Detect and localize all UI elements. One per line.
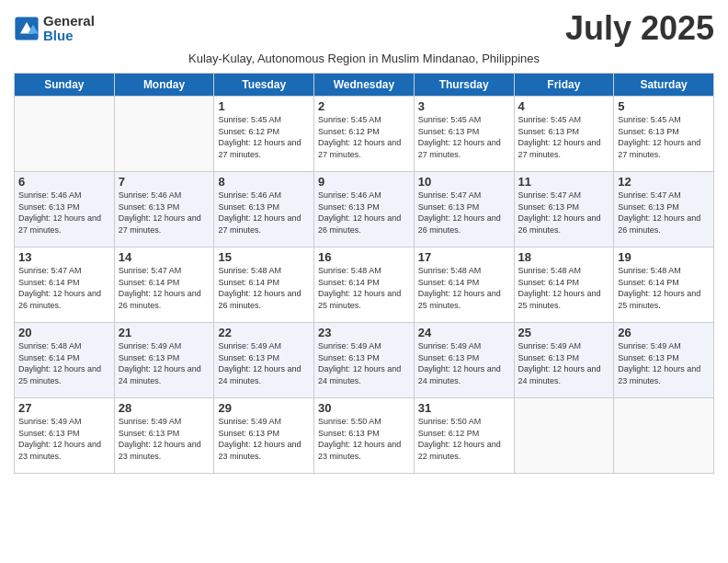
logo-blue: Blue — [43, 29, 95, 44]
day-info: Sunrise: 5:49 AM Sunset: 6:13 PM Dayligh… — [18, 416, 110, 462]
day-info: Sunrise: 5:48 AM Sunset: 6:14 PM Dayligh… — [318, 265, 410, 311]
calendar-cell: 31Sunrise: 5:50 AM Sunset: 6:12 PM Dayli… — [414, 398, 514, 474]
weekday-header-saturday: Saturday — [614, 74, 714, 97]
day-info: Sunrise: 5:49 AM Sunset: 6:13 PM Dayligh… — [119, 340, 210, 386]
day-number: 18 — [518, 250, 610, 264]
day-number: 26 — [618, 326, 710, 339]
calendar-cell: 10Sunrise: 5:47 AM Sunset: 6:13 PM Dayli… — [414, 172, 514, 247]
day-number: 21 — [119, 326, 210, 339]
day-number: 25 — [518, 326, 610, 339]
logo: General Blue — [14, 14, 95, 44]
weekday-header-thursday: Thursday — [414, 74, 514, 97]
calendar-cell: 8Sunrise: 5:46 AM Sunset: 6:13 PM Daylig… — [214, 172, 314, 247]
calendar-week-row: 1Sunrise: 5:45 AM Sunset: 6:12 PM Daylig… — [15, 97, 714, 172]
calendar-cell: 12Sunrise: 5:47 AM Sunset: 6:13 PM Dayli… — [614, 172, 714, 247]
logo-icon — [14, 16, 40, 41]
calendar-cell: 9Sunrise: 5:46 AM Sunset: 6:13 PM Daylig… — [314, 172, 415, 247]
calendar-cell: 23Sunrise: 5:49 AM Sunset: 6:13 PM Dayli… — [314, 323, 415, 398]
day-info: Sunrise: 5:46 AM Sunset: 6:13 PM Dayligh… — [318, 190, 410, 236]
calendar-cell — [514, 398, 614, 474]
calendar-cell: 15Sunrise: 5:48 AM Sunset: 6:14 PM Dayli… — [214, 247, 314, 323]
day-number: 1 — [218, 99, 310, 113]
calendar-week-row: 27Sunrise: 5:49 AM Sunset: 6:13 PM Dayli… — [15, 398, 714, 474]
day-number: 12 — [618, 175, 710, 189]
day-info: Sunrise: 5:45 AM Sunset: 6:13 PM Dayligh… — [418, 114, 510, 160]
calendar-table: SundayMondayTuesdayWednesdayThursdayFrid… — [14, 73, 714, 474]
day-number: 16 — [318, 250, 410, 264]
calendar-cell: 14Sunrise: 5:47 AM Sunset: 6:14 PM Dayli… — [114, 247, 214, 323]
month-title: July 2025 — [565, 9, 714, 48]
day-info: Sunrise: 5:45 AM Sunset: 6:12 PM Dayligh… — [218, 114, 310, 160]
day-info: Sunrise: 5:47 AM Sunset: 6:14 PM Dayligh… — [119, 265, 210, 311]
day-number: 27 — [18, 401, 110, 415]
weekday-header-monday: Monday — [114, 74, 214, 97]
day-number: 10 — [418, 175, 510, 189]
day-info: Sunrise: 5:47 AM Sunset: 6:13 PM Dayligh… — [518, 190, 610, 236]
day-number: 20 — [18, 326, 110, 339]
calendar-cell: 5Sunrise: 5:45 AM Sunset: 6:13 PM Daylig… — [614, 97, 714, 172]
day-info: Sunrise: 5:48 AM Sunset: 6:14 PM Dayligh… — [518, 265, 610, 311]
calendar-cell: 28Sunrise: 5:49 AM Sunset: 6:13 PM Dayli… — [114, 398, 214, 474]
day-info: Sunrise: 5:49 AM Sunset: 6:13 PM Dayligh… — [318, 340, 410, 386]
calendar-cell: 1Sunrise: 5:45 AM Sunset: 6:12 PM Daylig… — [214, 97, 314, 172]
calendar-cell: 13Sunrise: 5:47 AM Sunset: 6:14 PM Dayli… — [15, 247, 115, 323]
day-number: 31 — [418, 401, 510, 415]
calendar-week-row: 13Sunrise: 5:47 AM Sunset: 6:14 PM Dayli… — [15, 247, 714, 323]
day-info: Sunrise: 5:46 AM Sunset: 6:13 PM Dayligh… — [18, 190, 110, 236]
calendar-week-row: 20Sunrise: 5:48 AM Sunset: 6:14 PM Dayli… — [15, 323, 714, 398]
calendar-cell: 30Sunrise: 5:50 AM Sunset: 6:13 PM Dayli… — [314, 398, 415, 474]
day-info: Sunrise: 5:49 AM Sunset: 6:13 PM Dayligh… — [418, 340, 510, 386]
calendar-cell: 20Sunrise: 5:48 AM Sunset: 6:14 PM Dayli… — [15, 323, 115, 398]
day-number: 9 — [318, 175, 410, 189]
day-info: Sunrise: 5:46 AM Sunset: 6:13 PM Dayligh… — [218, 190, 310, 236]
page-header: General Blue July 2025 — [14, 9, 714, 48]
calendar-cell: 2Sunrise: 5:45 AM Sunset: 6:12 PM Daylig… — [314, 97, 415, 172]
day-number: 4 — [518, 99, 610, 113]
calendar-cell: 4Sunrise: 5:45 AM Sunset: 6:13 PM Daylig… — [514, 97, 614, 172]
day-number: 30 — [318, 401, 410, 415]
day-number: 11 — [518, 175, 610, 189]
page-subtitle: Kulay-Kulay, Autonomous Region in Muslim… — [14, 52, 714, 65]
day-number: 7 — [119, 175, 210, 189]
weekday-header-tuesday: Tuesday — [214, 74, 314, 97]
day-info: Sunrise: 5:50 AM Sunset: 6:13 PM Dayligh… — [318, 416, 410, 462]
calendar-cell — [114, 97, 214, 172]
weekday-header-friday: Friday — [514, 74, 614, 97]
day-info: Sunrise: 5:49 AM Sunset: 6:13 PM Dayligh… — [218, 416, 310, 462]
calendar-cell: 7Sunrise: 5:46 AM Sunset: 6:13 PM Daylig… — [114, 172, 214, 247]
day-info: Sunrise: 5:47 AM Sunset: 6:13 PM Dayligh… — [418, 190, 510, 236]
weekday-header-wednesday: Wednesday — [314, 74, 415, 97]
calendar-cell — [614, 398, 714, 474]
calendar-cell — [15, 97, 115, 172]
day-info: Sunrise: 5:50 AM Sunset: 6:12 PM Dayligh… — [418, 416, 510, 462]
day-info: Sunrise: 5:48 AM Sunset: 6:14 PM Dayligh… — [18, 340, 110, 386]
weekday-header-sunday: Sunday — [15, 74, 115, 97]
day-info: Sunrise: 5:47 AM Sunset: 6:13 PM Dayligh… — [618, 190, 710, 236]
day-number: 3 — [418, 99, 510, 113]
day-info: Sunrise: 5:48 AM Sunset: 6:14 PM Dayligh… — [218, 265, 310, 311]
day-info: Sunrise: 5:45 AM Sunset: 6:13 PM Dayligh… — [518, 114, 610, 160]
calendar-cell: 24Sunrise: 5:49 AM Sunset: 6:13 PM Dayli… — [414, 323, 514, 398]
day-info: Sunrise: 5:47 AM Sunset: 6:14 PM Dayligh… — [18, 265, 110, 311]
calendar-cell: 19Sunrise: 5:48 AM Sunset: 6:14 PM Dayli… — [614, 247, 714, 323]
day-number: 5 — [618, 99, 710, 113]
day-number: 29 — [218, 401, 310, 415]
day-number: 14 — [119, 250, 210, 264]
day-number: 8 — [218, 175, 310, 189]
day-info: Sunrise: 5:49 AM Sunset: 6:13 PM Dayligh… — [518, 340, 610, 386]
calendar-cell: 29Sunrise: 5:49 AM Sunset: 6:13 PM Dayli… — [214, 398, 314, 474]
calendar-cell: 27Sunrise: 5:49 AM Sunset: 6:13 PM Dayli… — [15, 398, 115, 474]
calendar-cell: 17Sunrise: 5:48 AM Sunset: 6:14 PM Dayli… — [414, 247, 514, 323]
day-number: 24 — [418, 326, 510, 339]
day-info: Sunrise: 5:45 AM Sunset: 6:13 PM Dayligh… — [618, 114, 710, 160]
calendar-cell: 21Sunrise: 5:49 AM Sunset: 6:13 PM Dayli… — [114, 323, 214, 398]
day-number: 22 — [218, 326, 310, 339]
calendar-cell: 18Sunrise: 5:48 AM Sunset: 6:14 PM Dayli… — [514, 247, 614, 323]
day-info: Sunrise: 5:49 AM Sunset: 6:13 PM Dayligh… — [218, 340, 310, 386]
day-number: 17 — [418, 250, 510, 264]
day-number: 28 — [119, 401, 210, 415]
logo-general: General — [43, 14, 95, 29]
day-number: 13 — [18, 250, 110, 264]
day-info: Sunrise: 5:46 AM Sunset: 6:13 PM Dayligh… — [119, 190, 210, 236]
day-number: 23 — [318, 326, 410, 339]
